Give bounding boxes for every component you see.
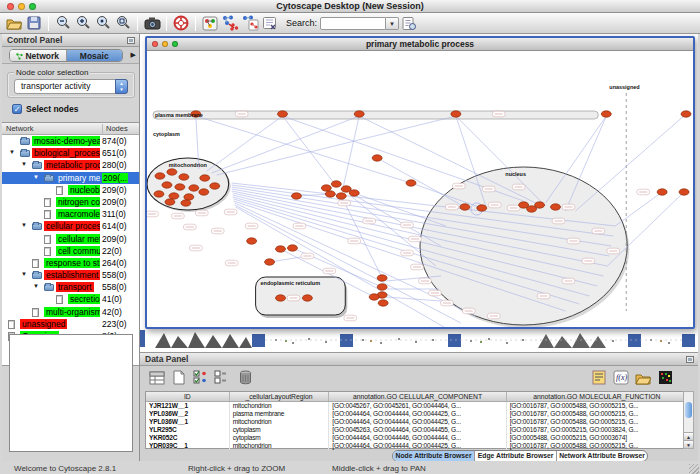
maximize-icon[interactable] bbox=[172, 41, 178, 47]
select-nodes-checkbox[interactable]: ✓ bbox=[12, 104, 22, 114]
select-attributes-icon[interactable] bbox=[148, 369, 166, 386]
attribute-matrix-icon[interactable] bbox=[212, 369, 230, 386]
table-row[interactable]: YJR121W__1mitochondrion[GO:0045267, GO:0… bbox=[146, 402, 688, 410]
table-row[interactable]: YLR295Ccytoplasm[GO:0045263, GO:0044464,… bbox=[146, 426, 688, 434]
table-column-header[interactable]: annotation.GO MOLECULAR_FUNCTION bbox=[507, 392, 688, 401]
table-scrollbar[interactable]: ▲ ▼ bbox=[683, 391, 694, 449]
create-attribute-icon[interactable] bbox=[170, 369, 188, 386]
search-dropdown-arrow[interactable]: ▼ bbox=[386, 17, 399, 30]
attribute-search-icon[interactable] bbox=[400, 15, 418, 32]
tree-row[interactable]: unassigned223(0) bbox=[2, 318, 139, 330]
save-icon[interactable] bbox=[25, 15, 43, 32]
vizmapper-icon[interactable] bbox=[201, 15, 219, 32]
table-column-header[interactable]: _cellularLayoutRegion bbox=[230, 392, 330, 401]
open-icon[interactable] bbox=[5, 15, 23, 32]
tree-row[interactable]: cellular metabol209(0) bbox=[2, 233, 139, 245]
attribute-browser-tab[interactable]: Node Attribute Browser bbox=[393, 451, 475, 461]
tab-network[interactable]: Network bbox=[10, 50, 67, 61]
table-column-header[interactable]: annotation.GO CELLULAR_COMPONENT bbox=[329, 392, 506, 401]
table-row[interactable]: YPL036W__1mitochondrion[GO:0044464, GO:0… bbox=[146, 418, 688, 426]
tree-row[interactable]: ▼cellular process614(0) bbox=[2, 220, 139, 232]
tree-row[interactable]: nitrogen compo209(0) bbox=[2, 196, 139, 208]
tree-row[interactable]: secretion41(0) bbox=[2, 293, 139, 305]
delete-attribute-icon[interactable] bbox=[236, 369, 254, 386]
expander-icon[interactable]: ▼ bbox=[21, 161, 27, 167]
tree-row[interactable]: macromolecule311(0) bbox=[2, 208, 139, 220]
search-label: Search: bbox=[286, 18, 317, 28]
file-icon bbox=[56, 295, 63, 304]
expander-icon[interactable]: ▼ bbox=[33, 174, 39, 180]
import-attributes-icon[interactable] bbox=[634, 369, 652, 386]
tree-row[interactable]: ▼biological_process651(0) bbox=[2, 147, 139, 159]
expander-icon[interactable]: ▼ bbox=[21, 222, 27, 228]
network-overview-panel[interactable] bbox=[9, 334, 133, 452]
toolbar-separator bbox=[195, 16, 196, 31]
table-row[interactable]: YDR039C__1mitochondrion[GO:0044464, GO:0… bbox=[146, 442, 688, 450]
minimize-button[interactable] bbox=[18, 3, 25, 10]
tree-row-count: 42(0) bbox=[102, 307, 122, 317]
scroll-down-arrow[interactable]: ▼ bbox=[684, 440, 693, 448]
folder-icon bbox=[20, 150, 30, 157]
tab-mosaic[interactable]: Mosaic bbox=[67, 50, 123, 61]
tree-column-network[interactable]: Network bbox=[6, 124, 34, 133]
float-panel-icon[interactable] bbox=[127, 37, 135, 44]
tree-row[interactable]: response to stimulu264(0) bbox=[2, 257, 139, 269]
network-window-titlebar[interactable]: primary metabolic process bbox=[147, 38, 693, 51]
tree-row[interactable]: ▼primary metabol209(... bbox=[2, 172, 139, 184]
attribute-table[interactable]: ID_cellularLayoutRegionannotation.GO CEL… bbox=[145, 391, 689, 449]
help-icon[interactable] bbox=[172, 15, 190, 32]
export-network-icon[interactable] bbox=[241, 15, 259, 32]
table-cell: [GO:0044464, GO:0044444, GO:0044425, G..… bbox=[329, 418, 506, 426]
toolbar-separator bbox=[166, 16, 167, 31]
attribute-checklist-icon[interactable] bbox=[192, 369, 210, 386]
attribute-browser-tab[interactable]: Network Attribute Browser bbox=[557, 451, 647, 461]
tab-overflow-arrow[interactable]: ▶ bbox=[131, 51, 136, 59]
table-cell: [GO:0016787, GO:0005488, GO:0005215, G..… bbox=[507, 418, 688, 426]
zoom-fit-icon[interactable] bbox=[114, 15, 132, 32]
table-cell: mitochondrion bbox=[230, 418, 330, 426]
zoom-selected-icon[interactable] bbox=[94, 15, 112, 32]
minimize-icon[interactable] bbox=[162, 41, 168, 47]
tree-row[interactable]: ▼establishment of lo558(0) bbox=[2, 269, 139, 281]
expander-icon[interactable]: ▼ bbox=[9, 149, 15, 155]
tree-row[interactable]: cell communicat22(0) bbox=[2, 245, 139, 257]
scrollbar-thumb[interactable] bbox=[685, 402, 692, 418]
expander-icon[interactable]: ▼ bbox=[33, 283, 39, 289]
attribute-browser-tab[interactable]: Edge Attribute Browser bbox=[475, 451, 557, 461]
data-panel-header: Data Panel bbox=[140, 353, 698, 366]
tree-row[interactable]: ▼transport558(0) bbox=[2, 281, 139, 293]
table-row[interactable]: YPL036W__2plasma membrane[GO:0044464, GO… bbox=[146, 410, 688, 418]
node-color-dropdown[interactable]: transporter activity ▲▼ bbox=[14, 79, 128, 94]
toolbar-separator bbox=[48, 16, 49, 31]
tree-row[interactable]: multi-organism pro42(0) bbox=[2, 306, 139, 318]
search-input[interactable] bbox=[320, 17, 386, 30]
network-canvas[interactable]: plasma membranecytoplasmmitochondrionnuc… bbox=[147, 51, 693, 327]
close-icon[interactable] bbox=[152, 41, 158, 47]
snapshot-icon[interactable] bbox=[143, 15, 161, 32]
network-graph[interactable]: plasma membranecytoplasmmitochondrionnuc… bbox=[147, 51, 693, 327]
select-nodes-row: ✓ Select nodes bbox=[12, 104, 78, 114]
zoom-button[interactable] bbox=[29, 3, 36, 10]
tree-row[interactable]: nucleobase-209(0) bbox=[2, 184, 139, 196]
close-button[interactable] bbox=[7, 3, 14, 10]
folder-icon bbox=[44, 284, 54, 291]
heatmap-icon[interactable] bbox=[656, 369, 674, 386]
scroll-up-arrow[interactable]: ▲ bbox=[684, 432, 693, 440]
resize-grip[interactable] bbox=[689, 464, 699, 474]
expander-icon[interactable]: ▼ bbox=[21, 271, 27, 277]
import-network-icon[interactable] bbox=[221, 15, 239, 32]
table-row[interactable]: YKR052Ccytoplasm[GO:0044464, GO:0044446,… bbox=[146, 434, 688, 442]
float-panel-icon[interactable] bbox=[686, 356, 694, 363]
tree-row[interactable]: ▼metabolic process280(0) bbox=[2, 159, 139, 171]
zoom-in-icon[interactable] bbox=[74, 15, 92, 32]
network-view-title: primary metabolic process bbox=[366, 39, 474, 49]
tree-row[interactable]: mosaic-demo-yeast874(0) bbox=[2, 135, 139, 147]
table-column-header[interactable]: ID bbox=[146, 392, 230, 401]
tree-column-nodes[interactable]: Nodes bbox=[102, 124, 128, 135]
filters-icon[interactable] bbox=[261, 15, 279, 32]
function-builder-icon[interactable]: f(x) bbox=[612, 369, 630, 386]
label-icon[interactable] bbox=[590, 369, 608, 386]
zoom-out-icon[interactable] bbox=[54, 15, 72, 32]
tree-row-count: 558(0) bbox=[102, 270, 127, 280]
table-cell: YPL036W__1 bbox=[146, 418, 230, 426]
